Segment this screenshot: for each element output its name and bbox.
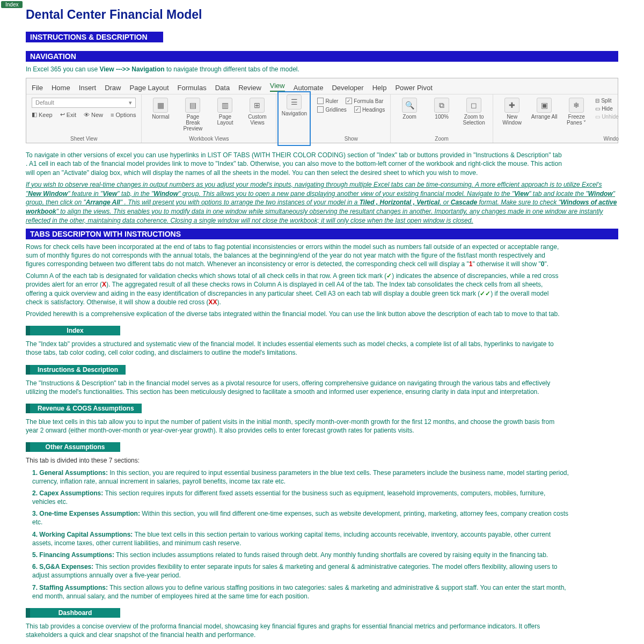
page-layout[interactable]: ▥Page Layout [211,98,238,126]
zoom-100[interactable]: ⧉100% [428,98,455,120]
nav-new-window-note: If you wish to observe real-time changes… [26,180,618,225]
custom-views[interactable]: ⊞Custom Views [244,98,270,126]
other-assumption-item: 6. S,G&A Expenses: This section provides… [32,562,569,580]
checks-para-2: Column A of the each tab is designated f… [26,272,562,306]
other-assumption-item: 4. Working Capital Assumptions: The blue… [32,530,569,547]
tab-desc-revenue: The blue text cells in this tab allow yo… [26,418,562,435]
other-assumption-item: 1. General Assumptions: In this section,… [32,469,569,486]
ribbon-tab-page-layout[interactable]: Page Layout [130,84,169,92]
other-assumption-item: 7. Staffing Assumptions: This section al… [32,583,569,601]
tab-link-index[interactable]: Index [26,326,120,335]
show-group: Show [317,134,385,142]
ribbon-tab-power-pivot[interactable]: Power Pivot [395,84,432,92]
ribbon-tab-insert[interactable]: Insert [79,84,97,92]
other-assumption-item: 5. Financing Assumptions: This section i… [32,551,569,559]
index-tab-button[interactable]: Index [1,1,23,8]
tab-link-instructions[interactable]: Instructions & Description [26,365,126,375]
new-view-button[interactable]: 👁 New [84,112,103,118]
tab-link-dashboard[interactable]: Dashboard [26,608,120,618]
other-assumption-item: 2. Capex Assumptions: This section requi… [32,489,569,506]
tab-link-revenue-cogs[interactable]: Revenue & COGS Assumptions [26,404,142,413]
hide-button[interactable]: ▭ Hide [595,106,619,112]
ribbon-tab-data[interactable]: Data [215,84,230,92]
new-window[interactable]: ✚New Window [499,98,525,126]
ribbon-tab-developer[interactable]: Developer [332,84,363,92]
tab-link-other-assumptions[interactable]: Other Assumptions [26,442,120,452]
section-instructions-description: INSTRUCTIONS & DESCRIPTION [26,32,163,42]
navigation-button[interactable]: ☰Navigation [281,94,308,116]
ribbon-tab-automate[interactable]: Automate [294,84,324,92]
window-group: Windo [499,134,619,142]
workbook-views-group: Workbook Views [147,134,270,142]
normal-view[interactable]: ▦Normal [147,98,174,120]
sheet-view-group: Sheet View [32,134,136,142]
page-break-preview[interactable]: ▤Page Break Preview [179,98,206,131]
ribbon-tab-home[interactable]: Home [52,84,70,92]
page-title: Dental Center Financial Model [26,8,618,22]
tabs-desc-intro: Provided herewith is a comprehensive exp… [26,310,562,318]
gridlines-checkbox[interactable]: Gridlines [317,106,346,113]
arrange-all[interactable]: ▣Arrange All [531,98,558,120]
zoom-selection[interactable]: ◻Zoom to Selection [460,98,487,126]
excel-ribbon: FileHomeInsertDrawPage LayoutFormulasDat… [26,78,618,143]
formulabar-checkbox[interactable]: ✓Formula Bar [346,98,383,104]
section-tabs-description: TABS DESCRIPTON WITH INSTRUCTIONS [26,229,618,239]
zoom-button[interactable]: 🔍Zoom [396,98,423,120]
split-button[interactable]: ⊟ Split [595,98,619,104]
unhide-button[interactable]: ▭ Unhide [595,114,619,120]
keep-button[interactable]: ◧ Keep [32,111,53,118]
ribbon-tab-draw[interactable]: Draw [105,84,121,92]
ribbon-tab-review[interactable]: Review [238,84,261,92]
freeze-panes[interactable]: ❄Freeze Panes ˅ [563,98,590,126]
exit-button[interactable]: ↩ Exit [60,111,76,118]
tab-desc-instructions: The "Instructions & Description" tab in … [26,379,562,396]
section-navigation: NAVIGATION [26,51,618,62]
ribbon-tab-view[interactable]: View [270,82,285,92]
nav-paragraph: To navigate in other versions of excel y… [26,151,562,177]
other-assumption-item: 3. One-time Expenses Assumption: Within … [32,509,569,526]
other-intro: This tab is divided into these 7 section… [26,456,562,465]
options-button[interactable]: ≡ Options [111,112,136,118]
tab-desc-dashboard: This tab provides a concise overview of … [26,622,562,639]
zoom-group: Zoom [396,134,487,142]
tab-desc-index: The "Index tab" provides a structured an… [26,340,562,357]
ribbon-tab-file[interactable]: File [32,84,43,92]
ruler-checkbox[interactable]: Ruler [317,98,338,104]
ribbon-tab-formulas[interactable]: Formulas [178,84,207,92]
ribbon-tab-help[interactable]: Help [372,84,387,92]
headings-checkbox[interactable]: ✓Headings [354,106,385,113]
nav-intro: In Excel 365 you can use View --->> Navi… [26,65,562,74]
checks-para-1: Rows for check cells have been incorpora… [26,243,562,269]
sheet-view-combo[interactable]: Default▾ [32,98,136,108]
